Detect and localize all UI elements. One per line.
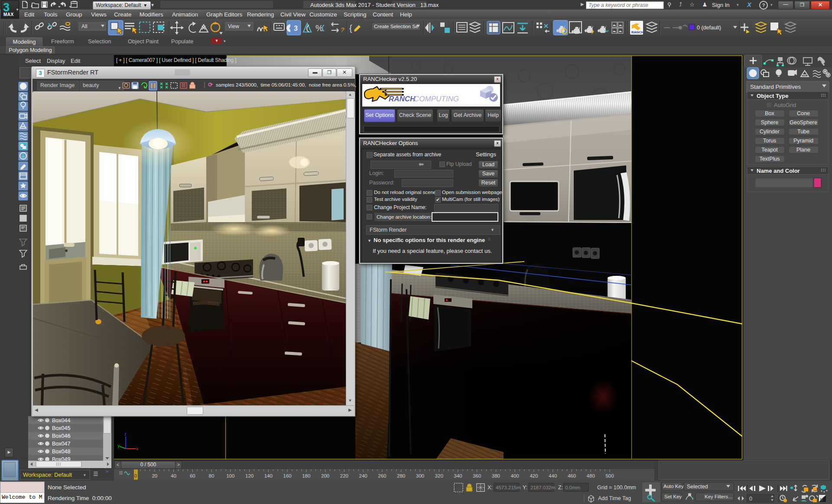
svg-text:Z:: Z: xyxy=(558,485,563,491)
svg-text:Plane: Plane xyxy=(796,147,810,153)
svg-text:100: 100 xyxy=(226,473,234,478)
svg-text:?: ? xyxy=(341,26,344,33)
svg-text:20: 20 xyxy=(152,473,157,478)
svg-text:340: 340 xyxy=(454,473,462,478)
svg-text:60: 60 xyxy=(190,473,195,478)
svg-text:80: 80 xyxy=(209,473,214,478)
svg-text:260: 260 xyxy=(378,473,386,478)
svg-text:Box047: Box047 xyxy=(52,441,70,447)
svg-text:420: 420 xyxy=(530,473,538,478)
svg-text:Standard Primitives: Standard Primitives xyxy=(750,84,801,90)
svg-text:360: 360 xyxy=(473,473,481,478)
svg-text:0: 0 xyxy=(749,496,752,502)
svg-text:Tube: Tube xyxy=(797,129,809,135)
svg-text:Torus: Torus xyxy=(763,138,777,144)
svg-text:x: x xyxy=(136,446,138,451)
svg-text:{: { xyxy=(349,23,352,33)
svg-text:Set Key: Set Key xyxy=(664,494,682,499)
svg-text:Name and Color: Name and Color xyxy=(757,168,800,174)
svg-text:RANCH: RANCH xyxy=(389,95,416,103)
svg-text:Sphere: Sphere xyxy=(761,120,778,126)
svg-text:0: 0 xyxy=(134,473,137,478)
svg-text:320: 320 xyxy=(435,473,443,478)
svg-text:RANCH: RANCH xyxy=(631,30,644,34)
svg-text:120: 120 xyxy=(245,473,254,478)
svg-text:460: 460 xyxy=(568,473,576,478)
svg-text:y: y xyxy=(117,443,120,448)
svg-text:480: 480 xyxy=(587,473,595,478)
svg-text:GeoSphere: GeoSphere xyxy=(790,120,817,126)
svg-text:Add Time Tag: Add Time Tag xyxy=(598,495,631,501)
svg-text:500: 500 xyxy=(605,473,614,478)
svg-text:AutoGrid: AutoGrid xyxy=(774,102,796,108)
svg-text:Object Type: Object Type xyxy=(757,93,788,99)
svg-text:2187.032m: 2187.032m xyxy=(530,485,556,490)
svg-text:140: 140 xyxy=(264,473,273,478)
svg-text:440: 440 xyxy=(549,473,557,478)
svg-text:200: 200 xyxy=(321,473,329,478)
svg-text:220: 220 xyxy=(340,473,348,478)
svg-text:TextPlus: TextPlus xyxy=(759,156,780,162)
svg-text:Box046: Box046 xyxy=(52,433,70,439)
svg-text:400: 400 xyxy=(511,473,519,478)
svg-text:z: z xyxy=(124,432,127,436)
svg-text:Cylinder: Cylinder xyxy=(760,129,780,135)
svg-text:300: 300 xyxy=(416,473,424,478)
svg-text:Box: Box xyxy=(765,110,774,116)
svg-text:0.0mm: 0.0mm xyxy=(565,485,580,490)
svg-text:Key Filters...: Key Filters... xyxy=(705,494,732,499)
svg-text:Auto Key: Auto Key xyxy=(663,484,684,489)
svg-text:Grid = 100.0mm: Grid = 100.0mm xyxy=(597,485,636,491)
svg-text:180: 180 xyxy=(302,473,310,478)
svg-text:Pyramid: Pyramid xyxy=(793,138,813,144)
svg-text:0 (default): 0 (default) xyxy=(697,25,721,31)
svg-text:380: 380 xyxy=(492,473,500,478)
svg-text:Cone: Cone xyxy=(797,110,810,116)
svg-text:4573.215m: 4573.215m xyxy=(496,485,521,490)
svg-text:View: View xyxy=(228,23,239,29)
svg-text:Box045: Box045 xyxy=(52,425,70,431)
svg-text:240: 240 xyxy=(359,473,367,478)
svg-text:3: 3 xyxy=(294,25,298,32)
svg-text:Selected: Selected xyxy=(687,484,708,490)
svg-text:All: All xyxy=(81,23,87,29)
svg-text:280: 280 xyxy=(397,473,405,478)
svg-text:X:: X: xyxy=(488,485,493,491)
svg-text:Teapot: Teapot xyxy=(761,147,778,153)
svg-text:Box048: Box048 xyxy=(52,449,70,455)
svg-text:Create Selection Se: Create Selection Se xyxy=(374,24,418,29)
svg-text:Y:: Y: xyxy=(523,485,527,491)
svg-text:COMPUTING: COMPUTING xyxy=(414,95,459,103)
svg-text:160: 160 xyxy=(283,473,292,478)
svg-text:40: 40 xyxy=(171,473,176,478)
svg-text:Box044: Box044 xyxy=(52,417,70,423)
